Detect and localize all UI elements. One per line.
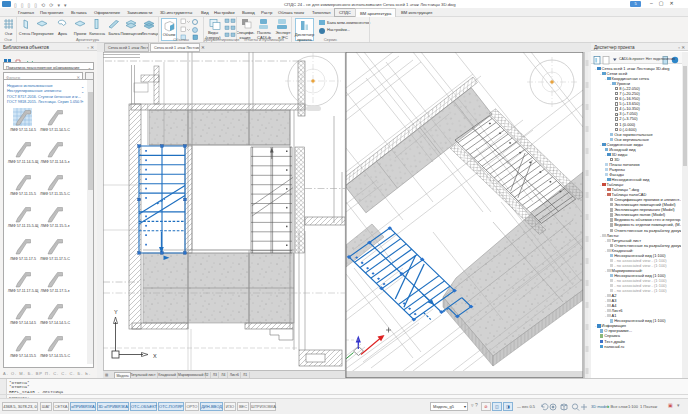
svg-text:Y: Y xyxy=(114,309,118,315)
svg-text:X: X xyxy=(153,353,157,359)
